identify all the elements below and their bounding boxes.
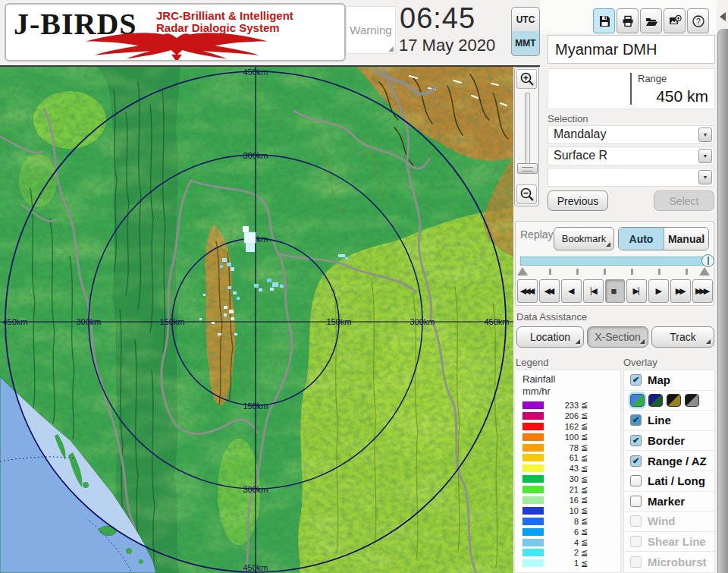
save-button[interactable] — [593, 8, 615, 33]
legend-color-swatch — [522, 423, 544, 430]
print-icon — [621, 14, 635, 28]
legend-color-swatch — [522, 475, 544, 483]
previous-button[interactable]: Previous — [548, 190, 608, 211]
play-backward-button[interactable]: ◀ — [561, 279, 582, 303]
select-button[interactable]: Select — [654, 190, 714, 211]
legend-title: Rainfall — [522, 373, 555, 385]
zoom-out-button[interactable] — [516, 184, 537, 204]
zoom-in-button[interactable] — [516, 69, 537, 89]
legend-value: 100 — [544, 433, 579, 442]
legend-comparator: ≦ — [581, 411, 588, 420]
location-button[interactable]: Location — [516, 326, 584, 348]
legend-color-swatch — [522, 433, 544, 441]
x-section-button[interactable]: X-Section — [587, 326, 648, 348]
legend-comparator: ≦ — [581, 505, 588, 515]
export-image-button[interactable] — [664, 8, 686, 33]
checkbox[interactable] — [630, 536, 642, 547]
stop-button[interactable]: ■ — [605, 279, 626, 303]
checkbox[interactable]: ✔ — [630, 414, 642, 426]
radar-map[interactable]: 450km 300km 150km 150km 300km 450km 450k… — [0, 67, 513, 573]
map-style-navy-darkgreen[interactable] — [648, 394, 663, 407]
logo-subtitle: JRC-Brilliant & Intelligent Radar Dialog… — [156, 10, 293, 34]
timezone-utc-button[interactable]: UTC — [511, 7, 540, 32]
fast-rewind-button[interactable]: ◀◀◀ — [517, 279, 538, 303]
panel-splitter-bar[interactable] — [717, 29, 728, 573]
range-ring-label: 150km — [243, 401, 268, 411]
legend-value: 1 — [544, 559, 579, 568]
legend-value: 10 — [544, 506, 579, 515]
overlay-label: Shear Line — [648, 535, 706, 548]
legend-color-swatch — [522, 539, 544, 546]
map-style-blue-green[interactable] — [630, 394, 645, 407]
checkbox[interactable]: ✔ — [630, 374, 642, 386]
map-style-black-gray[interactable] — [685, 394, 699, 407]
timezone-mmt-button[interactable]: MMT — [511, 31, 540, 56]
legend-value: 30 — [544, 474, 579, 483]
range-divider — [630, 73, 632, 105]
legend-row: 30≦ — [515, 474, 620, 484]
app-logo: J-BIRDS JRC-Brilliant & Intelligent Rada… — [5, 3, 346, 61]
legend-comparator: ≦ — [581, 400, 588, 410]
map-style-black-olive[interactable] — [667, 394, 681, 407]
panel-splitter[interactable] — [717, 0, 728, 573]
checkbox[interactable] — [630, 475, 642, 486]
legend-color-swatch — [522, 486, 544, 493]
legend-color-swatch — [522, 559, 544, 567]
overlay-panel: ✔Map✔Line✔Border✔Range / AZLati / LongMa… — [623, 370, 715, 573]
product-dropdown[interactable]: Surface R ▼ — [548, 146, 714, 165]
legend-section-label: Legend — [516, 357, 548, 368]
legend-value: 78 — [544, 443, 579, 452]
legend-comparator: ≦ — [581, 442, 588, 452]
fast-forward-button[interactable]: ▶▶ — [670, 279, 691, 303]
chevron-down-icon[interactable]: ▼ — [698, 128, 712, 142]
checkbox[interactable]: ✔ — [630, 455, 642, 467]
sub-product-dropdown[interactable]: ▼ — [548, 168, 714, 187]
replay-slider-handle[interactable] — [701, 254, 714, 267]
range-value: 450 km — [656, 87, 708, 105]
chevron-down-icon[interactable]: ▼ — [698, 149, 712, 163]
site-dropdown[interactable]: Mandalay ▼ — [548, 125, 714, 144]
zoom-slider-track[interactable] — [525, 93, 530, 173]
track-button[interactable]: Track — [651, 326, 714, 348]
chevron-down-icon[interactable]: ▼ — [698, 170, 712, 184]
rewind-button[interactable]: ◀◀ — [539, 279, 560, 303]
legend-comparator: ≦ — [581, 474, 588, 484]
checkbox[interactable] — [630, 515, 642, 527]
warning-button[interactable]: Warning — [346, 6, 396, 54]
checkbox[interactable]: ✔ — [630, 435, 642, 446]
legend-row: 61≦ — [515, 452, 620, 463]
overlay-row-map: ✔Map — [624, 370, 714, 391]
legend-row: 100≦ — [515, 432, 620, 442]
overlay-row-border: ✔Border — [624, 431, 714, 452]
overlay-label: Line — [648, 414, 671, 427]
manual-mode-button[interactable]: Manual — [664, 228, 708, 250]
help-button[interactable]: ? — [687, 8, 709, 33]
legend-value: 16 — [544, 496, 579, 505]
legend-row: 8≦ — [515, 516, 620, 527]
fastest-forward-button[interactable]: ▶▶▶ — [692, 279, 713, 303]
overlay-row-lati-long: Lati / Long — [624, 471, 714, 492]
open-folder-button[interactable] — [640, 8, 662, 33]
step-backward-button[interactable]: ∣◀ — [583, 279, 604, 303]
legend-comparator: ≦ — [581, 516, 588, 526]
slider-tick — [576, 269, 579, 275]
legend-comparator: ≦ — [581, 421, 588, 431]
play-forward-button[interactable]: ▶ — [648, 279, 669, 303]
overlay-row-range-az: ✔Range / AZ — [624, 451, 714, 471]
checkbox[interactable] — [630, 496, 642, 507]
map-style-row — [624, 391, 714, 411]
auto-mode-button[interactable]: Auto — [619, 228, 664, 250]
legend-color-swatch — [522, 412, 544, 420]
bookmark-button[interactable]: Bookmark — [554, 227, 614, 250]
step-forward-button[interactable]: ▶∣ — [626, 279, 647, 303]
range-ring-label: 450km — [243, 68, 268, 77]
range-ring-label: 300km — [410, 317, 435, 326]
collapse-arrow-icon[interactable] — [720, 12, 726, 21]
replay-slider-track[interactable] — [520, 257, 710, 266]
map-zoom-control — [514, 67, 539, 206]
zoom-slider-handle[interactable] — [517, 163, 538, 174]
print-button[interactable] — [617, 8, 639, 33]
checkbox[interactable] — [630, 556, 642, 568]
legend-value: 43 — [544, 464, 579, 473]
help-icon: ? — [692, 14, 705, 28]
